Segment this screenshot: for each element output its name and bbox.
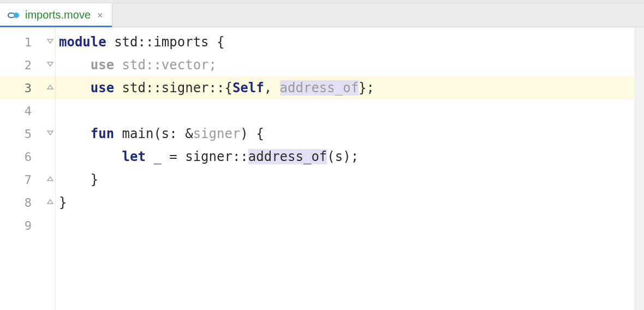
marker-strip (634, 27, 644, 310)
code-area[interactable]: module std::imports { use std::vector; u… (56, 27, 634, 310)
fold-toggle[interactable] (45, 168, 55, 191)
code-line[interactable] (56, 99, 634, 122)
code-line[interactable]: fun main(s: &signer) { (56, 122, 634, 145)
line-number[interactable]: 3 (0, 76, 45, 99)
code-line[interactable]: use std::vector; (56, 53, 634, 76)
line-number[interactable]: 2 (0, 53, 45, 76)
editor-frame: imports.move × 1 2 3 4 5 6 7 8 9 (0, 0, 644, 310)
fold-gutter (45, 27, 56, 310)
code-line[interactable] (56, 214, 634, 237)
tab-label: imports.move (25, 9, 91, 21)
line-number[interactable]: 6 (0, 145, 45, 168)
code-line[interactable]: let _ = signer::address_of(s); (56, 145, 634, 168)
fold-toggle[interactable] (45, 191, 55, 214)
move-file-icon (8, 11, 20, 19)
svg-point-1 (14, 13, 19, 18)
close-icon[interactable]: × (96, 10, 104, 20)
fold-toggle[interactable] (45, 53, 55, 76)
code-line[interactable]: } (56, 168, 634, 191)
fold-toggle[interactable] (45, 76, 55, 99)
fold-toggle[interactable] (45, 122, 55, 145)
fold-spacer (45, 214, 55, 237)
fold-spacer (45, 145, 55, 168)
tab-bar: imports.move × (0, 3, 644, 27)
line-number[interactable]: 8 (0, 191, 45, 214)
line-number[interactable]: 1 (0, 31, 45, 53)
editor-body: 1 2 3 4 5 6 7 8 9 module std::imports { … (0, 27, 644, 310)
code-line[interactable]: } (56, 191, 634, 214)
line-number-gutter: 1 2 3 4 5 6 7 8 9 (0, 27, 45, 310)
fold-spacer (45, 99, 55, 122)
fold-toggle[interactable] (45, 31, 55, 53)
code-line[interactable]: module std::imports { (56, 31, 634, 53)
line-number[interactable]: 7 (0, 168, 45, 191)
code-line[interactable]: use std::signer::{Self, address_of}; (56, 76, 634, 99)
tab-imports-move[interactable]: imports.move × (0, 3, 112, 27)
line-number[interactable]: 9 (0, 214, 45, 237)
line-number[interactable]: 4 (0, 99, 45, 122)
line-number[interactable]: 5 (0, 122, 45, 145)
